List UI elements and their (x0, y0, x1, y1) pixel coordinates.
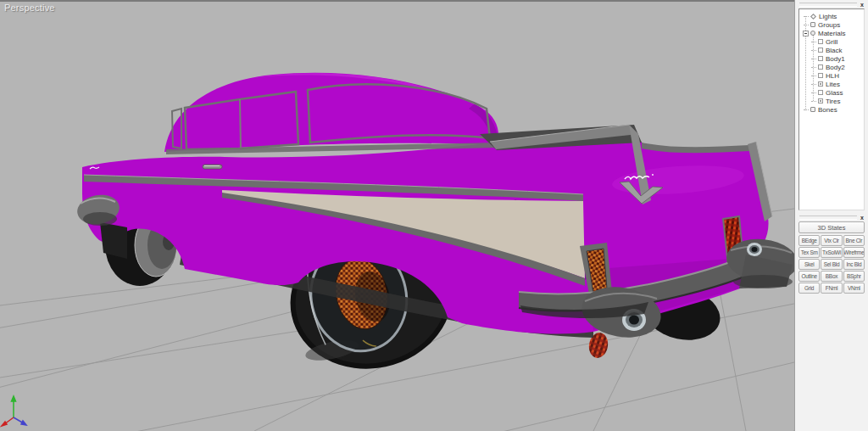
states-panel-header[interactable]: 3D States (798, 221, 865, 233)
scene-tree[interactable]: LightsGroupsMaterialsGrillBlackBody1Body… (798, 8, 865, 210)
tree-item-lites[interactable]: Lites (803, 80, 864, 88)
material-swatch-icon (818, 48, 823, 53)
tree-item-label: Tires (826, 98, 840, 105)
3d-viewport[interactable]: Perspective (0, 0, 794, 431)
tree-connector (811, 66, 816, 68)
material-swatch-icon (818, 64, 823, 70)
tree-item-black[interactable]: Black (803, 46, 864, 54)
bones-icon (810, 107, 815, 112)
tree-item-body1[interactable]: Body1 (803, 54, 864, 63)
close-icon[interactable]: x (860, 2, 865, 8)
state-button-bbox[interactable]: BBox (821, 271, 842, 282)
group-icon (810, 22, 815, 27)
state-button-sel-bld[interactable]: Sel Bld (821, 259, 842, 270)
state-button-vtx-clr[interactable]: Vtx Clr (821, 235, 842, 246)
tree-connector (804, 24, 809, 25)
door-handle (203, 165, 222, 169)
car-model[interactable] (75, 73, 794, 383)
tree-item-groups[interactable]: Groups (803, 20, 864, 29)
tree-connector (804, 109, 809, 110)
tree-item-label: Glass (826, 89, 843, 97)
axis-gizmo (2, 396, 26, 426)
state-button-bsphr[interactable]: BSphr (843, 271, 865, 282)
tree-item-label: Black (826, 47, 843, 54)
tree-item-label: Body2 (826, 64, 845, 71)
states-titlebar[interactable]: x (798, 214, 865, 221)
collapse-toggle-icon[interactable] (803, 31, 809, 36)
state-button-bedge[interactable]: BEdge (798, 235, 820, 246)
material-swatch-textured-icon (818, 98, 823, 104)
state-button-skel[interactable]: Skel (798, 259, 820, 270)
tree-item-tires[interactable]: Tires (803, 97, 864, 105)
tree-item-label: Lights (819, 13, 837, 20)
tree-item-label: Grill (826, 38, 837, 46)
material-swatch-icon (818, 73, 823, 78)
tree-item-label: Bones (818, 106, 837, 114)
state-button-fnml[interactable]: FNml (821, 283, 842, 294)
material-icon (810, 31, 815, 36)
tree-item-label: Lites (826, 81, 840, 88)
tree-connector (811, 92, 816, 93)
viewport-label: Perspective (4, 3, 55, 13)
material-swatch-icon (818, 39, 823, 44)
state-button-bne-clr[interactable]: Bne Clr (843, 235, 865, 246)
state-button-grid[interactable]: Grid (798, 283, 820, 294)
application-window: Perspective x LightsGroupsMaterialsGrill… (0, 0, 868, 431)
tree-item-lights[interactable]: Lights (803, 12, 864, 20)
tree-connector (811, 58, 816, 59)
state-button-outline[interactable]: Outline (798, 271, 820, 282)
tree-item-materials[interactable]: Materials (803, 29, 864, 37)
tree-item-glass[interactable]: Glass (803, 88, 864, 97)
state-button-tex-sm[interactable]: Tex Sm (798, 247, 820, 258)
sidebar: x LightsGroupsMaterialsGrillBlackBody1Bo… (794, 0, 867, 431)
material-swatch-icon (818, 90, 823, 95)
tree-connector (804, 15, 809, 17)
tree-connector (811, 41, 816, 42)
tree-item-hlh[interactable]: HLH (803, 71, 864, 80)
material-swatch-textured-icon (818, 81, 823, 87)
state-button-wirefrme[interactable]: Wirefrme (843, 247, 865, 258)
state-button-inc-bld[interactable]: Inc Bld (843, 259, 865, 270)
tree-item-label: Materials (818, 30, 845, 37)
tree-item-body2[interactable]: Body2 (803, 63, 864, 71)
scene-tree-titlebar[interactable]: x (798, 1, 865, 8)
tree-item-label: HLH (826, 72, 839, 80)
light-icon (810, 13, 816, 19)
state-button-vnml[interactable]: VNml (843, 283, 865, 294)
tree-item-label: Groups (818, 21, 840, 29)
tree-item-bones[interactable]: Bones (803, 105, 864, 114)
viewport-canvas[interactable] (0, 0, 794, 431)
states-grid: BEdgeVtx ClrBne ClrTex SmTxSolWiWirefrme… (798, 235, 865, 294)
tree-item-label: Body1 (826, 55, 845, 63)
state-button-txsolwi[interactable]: TxSolWi (821, 247, 842, 258)
tree-connector (811, 100, 816, 102)
tree-connector (811, 49, 816, 51)
tree-item-grill[interactable]: Grill (803, 37, 864, 46)
tree-connector (811, 75, 816, 76)
tree-connector (811, 83, 816, 85)
material-swatch-icon (818, 56, 823, 61)
close-icon[interactable]: x (860, 215, 865, 221)
